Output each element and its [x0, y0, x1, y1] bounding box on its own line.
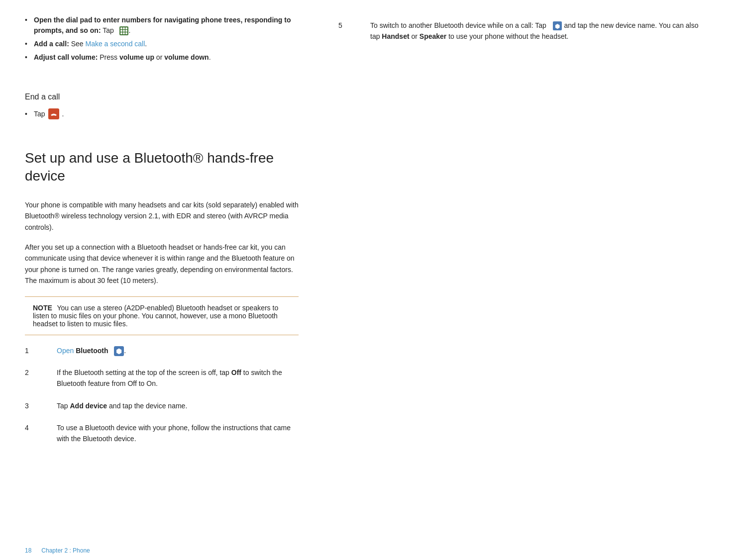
- step-2-num: 2: [25, 367, 45, 389]
- right-step-5-content: To switch to another Bluetooth device wh…: [370, 20, 709, 42]
- end-call-tap: Tap .: [25, 108, 299, 119]
- dialpad-dot: [123, 27, 125, 29]
- bluetooth-svg: ⬢: [114, 346, 124, 356]
- step-2: 2 If the Bluetooth setting at the top of…: [25, 367, 299, 389]
- section-divider: [25, 73, 299, 83]
- note-text: You can use a stereo (A2DP-enabled) Blue…: [33, 304, 278, 328]
- step-4-num: 4: [25, 422, 45, 445]
- right-step-5-text4: to use your phone without the headset.: [446, 32, 568, 40]
- bluetooth-para1: Your phone is compatible with many heads…: [25, 199, 299, 233]
- note-box: NOTE You can use a stereo (A2DP-enabled)…: [25, 296, 299, 335]
- dialpad-dot: [123, 30, 125, 32]
- bullet-volume: Adjust call volume: Press volume up or v…: [25, 52, 299, 63]
- chapter-label: Chapter 2 : Phone: [41, 547, 90, 554]
- svg-text:⬢: ⬢: [116, 347, 122, 355]
- right-step-5-text1: To switch to another Bluetooth device wh…: [370, 21, 546, 29]
- bullet-volume-up: volume up: [119, 53, 154, 61]
- open-bluetooth-link[interactable]: Open: [57, 347, 74, 355]
- right-bluetooth-icon: ⬢: [552, 21, 562, 31]
- dialpad-dot: [125, 27, 127, 29]
- end-call-title: End a call: [25, 93, 299, 101]
- bullet-volume-text1: Press: [100, 53, 119, 61]
- dialpad-dot: [120, 32, 122, 34]
- step-3-text: Tap: [57, 402, 70, 410]
- step-1: 1 Open Bluetooth ⬢ .: [25, 345, 299, 356]
- bullet-dialpad: Open the dial pad to enter numbers for n…: [25, 15, 299, 36]
- end-call-icon: [48, 108, 59, 119]
- step-2-text: If the Bluetooth setting at the top of t…: [57, 369, 231, 376]
- bluetooth-bold: Bluetooth: [76, 347, 108, 355]
- end-call-section: End a call Tap .: [25, 93, 299, 119]
- dialpad-dot: [125, 30, 127, 32]
- steps-list: 1 Open Bluetooth ⬢ . 2: [25, 345, 299, 445]
- svg-text:⬢: ⬢: [555, 23, 560, 30]
- bluetooth-para2: After you set up a connection with a Blu…: [25, 242, 299, 286]
- bullet-volume-bold: Adjust call volume:: [34, 53, 98, 61]
- bullet-volume-down: volume down: [164, 53, 209, 61]
- step-3-num: 3: [25, 400, 45, 411]
- step-1-num: 1: [25, 345, 45, 356]
- right-step-5-text3: or: [410, 32, 419, 40]
- note-label: NOTE: [33, 304, 52, 312]
- end-call-svg: [48, 108, 59, 119]
- right-bluetooth-svg: ⬢: [553, 21, 562, 30]
- dialpad-dot: [120, 30, 122, 32]
- left-column: Open the dial pad to enter numbers for n…: [0, 10, 318, 540]
- dialpad-dot: [125, 32, 127, 34]
- step-3-content: Tap Add device and tap the device name.: [57, 400, 299, 411]
- right-steps-list: 5 To switch to another Bluetooth device …: [338, 20, 709, 42]
- bullet-volume-period: .: [209, 53, 211, 61]
- right-step-5-handset: Handset: [382, 32, 409, 40]
- step-4: 4 To use a Bluetooth device with your ph…: [25, 422, 299, 445]
- bullet-add-call-bold: Add a call:: [34, 40, 69, 48]
- right-step-5: 5 To switch to another Bluetooth device …: [338, 20, 709, 42]
- bluetooth-icon: ⬢: [114, 346, 124, 356]
- bluetooth-section-title: Set up and use a Bluetooth® hands-free d…: [25, 149, 299, 186]
- step-3: 3 Tap Add device and tap the device name…: [25, 400, 299, 411]
- bullet-dialpad-text: Tap: [103, 26, 114, 34]
- dialpad-dot: [123, 32, 125, 34]
- dialpad-icon: [119, 26, 128, 35]
- step-1-content: Open Bluetooth ⬢ .: [57, 345, 299, 356]
- bullet-add-call-text: See: [71, 40, 86, 48]
- right-column: 5 To switch to another Bluetooth device …: [318, 10, 734, 540]
- make-second-call-link[interactable]: Make a second call: [86, 40, 145, 48]
- step-2-bold: Off: [231, 369, 241, 376]
- spacer1: [25, 134, 299, 149]
- top-bullets: Open the dial pad to enter numbers for n…: [25, 15, 299, 63]
- right-step-5-speaker: Speaker: [419, 32, 446, 40]
- end-call-tap-text: Tap: [34, 110, 45, 118]
- step-3-bold: Add device: [70, 402, 107, 410]
- step-3-text2: and tap the device name.: [107, 402, 187, 410]
- step-2-content: If the Bluetooth setting at the top of t…: [57, 367, 299, 389]
- bullet-add-call-period: .: [145, 40, 147, 48]
- bullet-add-call: Add a call: See Make a second call.: [25, 39, 299, 49]
- bullet-dialpad-bold: Open the dial pad to enter numbers for n…: [34, 16, 291, 34]
- bullet-volume-or: or: [156, 53, 164, 61]
- footer: 18 Chapter 2 : Phone: [0, 547, 734, 554]
- dialpad-dot: [120, 27, 122, 29]
- page-number: 18: [25, 547, 31, 554]
- right-step-5-num: 5: [338, 20, 358, 42]
- step-4-content: To use a Bluetooth device with your phon…: [57, 422, 299, 445]
- dialpad-grid: [120, 27, 127, 34]
